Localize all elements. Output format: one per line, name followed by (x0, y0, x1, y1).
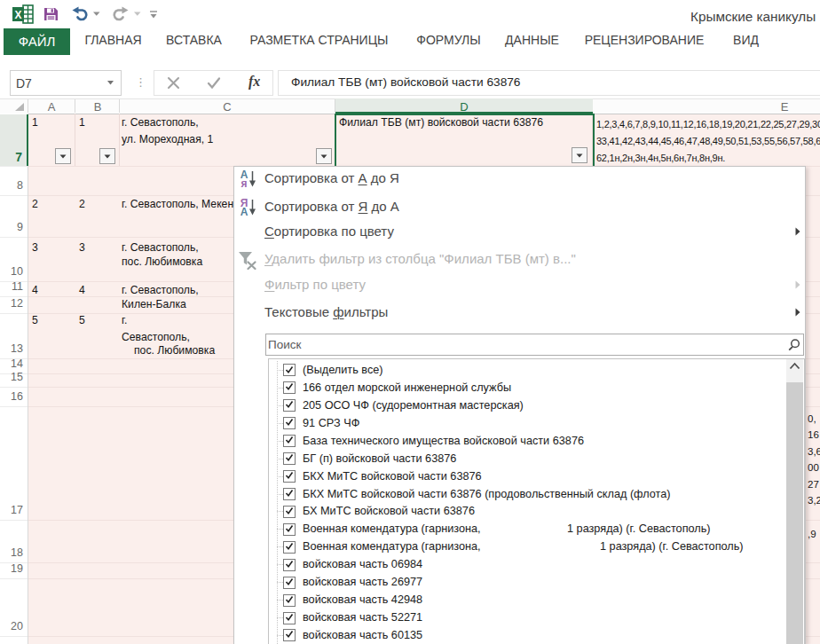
svg-text:А: А (240, 206, 248, 216)
svg-text:X: X (14, 9, 21, 21)
svg-text:я: я (240, 177, 247, 188)
